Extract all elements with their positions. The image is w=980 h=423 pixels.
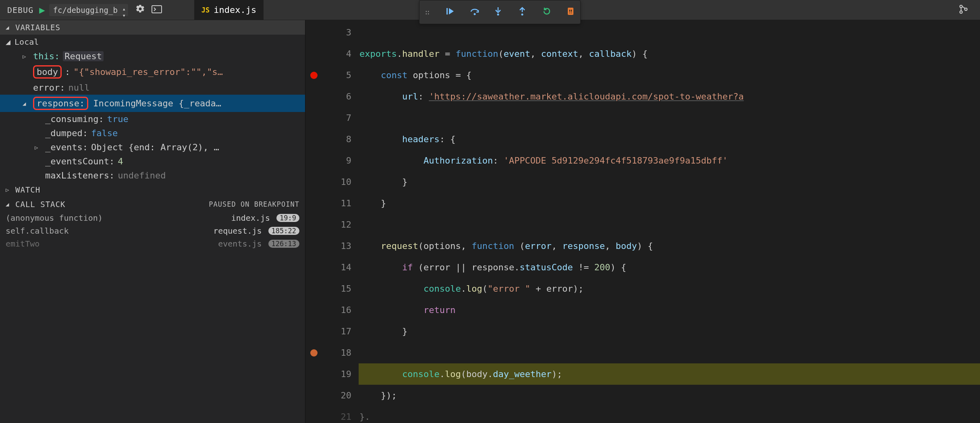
line-number: 10: [322, 171, 359, 193]
stack-fn: (anonymous function): [6, 213, 103, 223]
code-line: return: [359, 299, 980, 321]
code-line: }: [359, 321, 980, 342]
main-content: ◢ VARIABLES ◢ Local ▷ this: Request body…: [0, 20, 980, 423]
svg-rect-5: [568, 8, 573, 15]
var-response[interactable]: ◢ response: IncomingMessage {_reada…: [0, 95, 305, 112]
variables-section-header[interactable]: ◢ VARIABLES: [0, 20, 305, 35]
var-value: Request: [63, 51, 104, 61]
code-line: const options = {: [359, 64, 980, 86]
code-line: [359, 214, 980, 235]
callstack-section-header[interactable]: ◢ CALL STACK PAUSED ON BREAKPOINT: [0, 197, 305, 212]
stack-loc: 19:9: [276, 214, 299, 222]
var-key: response:: [37, 98, 85, 108]
step-out-button[interactable]: [518, 7, 526, 18]
line-number: 14: [322, 257, 359, 278]
code-line: if (error || response.statusCode != 200)…: [359, 257, 980, 278]
var-dumped[interactable]: _dumped: false: [0, 126, 305, 140]
var-key: _eventsCount:: [45, 156, 114, 166]
editor-tab[interactable]: JS index.js: [194, 0, 264, 20]
svg-point-8: [960, 5, 962, 8]
line-number: 15: [322, 278, 359, 299]
line-number: 21: [322, 406, 359, 423]
var-value: false: [91, 128, 118, 138]
source-control-icon[interactable]: [958, 4, 969, 17]
continue-button[interactable]: [446, 7, 454, 18]
var-value: undefined: [118, 170, 166, 180]
svg-point-4: [521, 13, 523, 15]
scope-local[interactable]: ◢ Local: [0, 35, 305, 49]
var-key: maxListeners:: [45, 170, 114, 180]
gear-icon[interactable]: [135, 4, 145, 16]
stack-frame[interactable]: self.callback request.js 185:22: [0, 224, 305, 237]
breakpoint-icon[interactable]: [310, 72, 318, 79]
var-value: "{"showapi_res_error":"","s…: [73, 67, 223, 77]
var-error[interactable]: error: null: [0, 81, 305, 95]
svg-rect-1: [446, 8, 448, 15]
watch-section-title: WATCH: [15, 185, 40, 194]
debug-console-icon[interactable]: [152, 4, 162, 16]
restart-button[interactable]: [542, 7, 550, 18]
var-key: _consuming:: [45, 114, 104, 124]
code-line: }: [359, 193, 980, 214]
debug-config-select[interactable]: fc/debugging_b ▴▾: [49, 4, 128, 16]
stack-loc: 126:13: [268, 240, 299, 248]
line-number: 4: [322, 43, 359, 64]
var-value: 4: [118, 156, 123, 166]
code-line: [359, 342, 980, 363]
chevron-right-icon: ▷: [35, 144, 42, 151]
var-key: _events:: [45, 142, 88, 152]
line-number: 18: [322, 342, 359, 363]
debug-toolbar[interactable]: ∷: [419, 0, 581, 24]
var-this[interactable]: ▷ this: Request: [0, 49, 305, 63]
svg-point-9: [960, 11, 962, 13]
stack-file: index.js: [231, 213, 270, 223]
var-value: Object {end: Array(2), …: [91, 142, 219, 152]
code-content[interactable]: exports.handler = function(event, contex…: [359, 20, 980, 423]
stack-frame[interactable]: emitTwo events.js 126:13: [0, 237, 305, 250]
var-value: true: [107, 114, 129, 124]
var-key: this:: [33, 51, 60, 61]
highlight-box: body: [33, 65, 62, 79]
code-line-current: console.log(body.day_weether);: [359, 363, 980, 385]
line-number: 9: [322, 150, 359, 171]
var-key: error:: [33, 83, 65, 93]
debug-sidebar: ◢ VARIABLES ◢ Local ▷ this: Request body…: [0, 20, 305, 423]
var-body[interactable]: body: "{"showapi_res_error":"","s…: [0, 63, 305, 81]
code-editor[interactable]: 3 4 5 6 7 8 9 10 11 12 13 14 15 16 17 18…: [305, 20, 980, 423]
line-number: 3: [322, 22, 359, 43]
step-into-button[interactable]: [494, 7, 502, 18]
scope-local-label: Local: [15, 37, 39, 47]
var-consuming[interactable]: _consuming: true: [0, 112, 305, 126]
js-file-icon: JS: [201, 6, 210, 14]
drag-handle-icon[interactable]: ∷: [425, 8, 430, 17]
var-eventscount[interactable]: _eventsCount: 4: [0, 154, 305, 168]
step-over-button[interactable]: [470, 7, 478, 18]
debug-config-name: fc/debugging_b: [53, 6, 118, 15]
code-line: }: [359, 171, 980, 193]
var-key: body: [37, 67, 58, 77]
line-number: 20: [322, 385, 359, 406]
debug-label: DEBUG: [7, 5, 33, 15]
var-events[interactable]: ▷ _events: Object {end: Array(2), …: [0, 140, 305, 154]
stack-fn: self.callback: [6, 226, 69, 236]
breakpoint-current-icon[interactable]: [310, 349, 318, 357]
stack-file: events.js: [218, 239, 262, 249]
breakpoint-gutter[interactable]: [305, 20, 322, 423]
stop-button[interactable]: [567, 7, 575, 18]
stack-frame[interactable]: (anonymous function) index.js 19:9: [0, 212, 305, 224]
var-value: null: [68, 83, 89, 93]
code-line: Authorization: 'APPCODE 5d9129e294fc4f51…: [359, 150, 980, 171]
svg-point-6: [569, 12, 570, 13]
tab-filename: index.js: [214, 5, 256, 15]
chevron-down-icon: ◢: [6, 201, 11, 207]
code-line: });: [359, 385, 980, 406]
chevron-down-icon: ◢: [6, 24, 11, 31]
line-number: 7: [322, 107, 359, 129]
start-debug-button[interactable]: ▶: [39, 4, 45, 16]
var-maxlisteners[interactable]: maxListeners: undefined: [0, 168, 305, 182]
svg-point-2: [473, 13, 475, 15]
line-number-gutter: 3 4 5 6 7 8 9 10 11 12 13 14 15 16 17 18…: [322, 20, 359, 423]
callstack-status: PAUSED ON BREAKPOINT: [209, 200, 299, 208]
watch-section-header[interactable]: ▷ WATCH: [0, 182, 305, 197]
line-number: 12: [322, 214, 359, 235]
